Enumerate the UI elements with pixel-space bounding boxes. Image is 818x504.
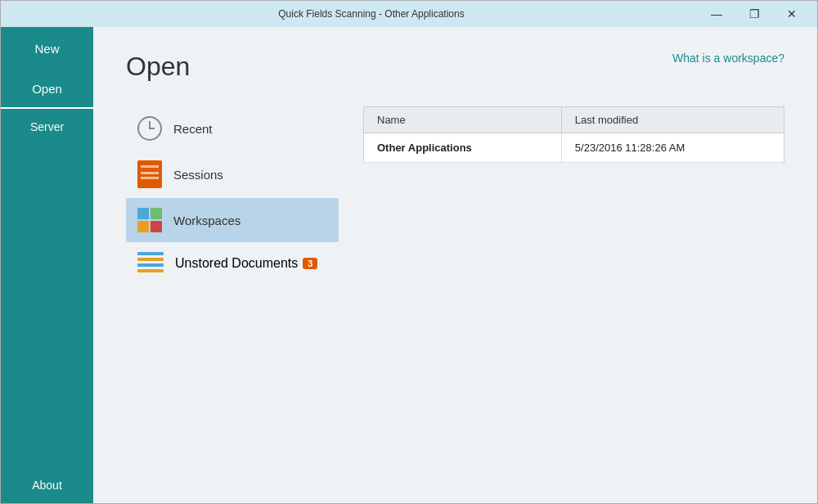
files-table: Name Last modified Other Applications 5/… — [363, 106, 784, 163]
nav-item-recent[interactable]: Recent — [126, 106, 339, 151]
col-lastmod-header: Last modified — [561, 107, 784, 133]
title-bar: Quick Fields Scanning - Other Applicatio… — [1, 1, 817, 27]
nav-item-workspaces[interactable]: Workspaces — [126, 198, 339, 242]
unstored-badge: 3 — [303, 258, 317, 269]
window-controls: — ❐ ✕ — [698, 1, 811, 27]
nav-item-unstored[interactable]: Unstored Documents 3 — [126, 242, 339, 285]
content-area: Open What is a workspace? Recent Session… — [93, 27, 817, 503]
sidebar-item-server[interactable]: Server — [1, 109, 93, 145]
sidebar-item-open[interactable]: Open — [1, 70, 93, 109]
unstored-icon — [137, 252, 164, 275]
sessions-icon — [137, 160, 162, 188]
cell-lastmod: 5/23/2016 11:28:26 AM — [561, 133, 784, 163]
app-body: New Open Server About Open What is a wor… — [1, 27, 817, 503]
main-window: Quick Fields Scanning - Other Applicatio… — [0, 0, 818, 504]
nav-item-recent-label: Recent — [173, 122, 213, 136]
nav-item-unstored-label: Unstored Documents — [175, 256, 298, 271]
maximize-button[interactable]: ❐ — [735, 1, 773, 27]
workspace-help-link[interactable]: What is a workspace? — [672, 52, 784, 65]
window-title: Quick Fields Scanning - Other Applicatio… — [45, 8, 698, 20]
page-title: Open — [126, 52, 190, 82]
table-header-row: Name Last modified — [364, 107, 784, 133]
workspaces-icon — [137, 208, 162, 232]
nav-item-unstored-label-group: Unstored Documents 3 — [175, 256, 317, 271]
table-row[interactable]: Other Applications 5/23/2016 11:28:26 AM — [364, 133, 784, 163]
minimize-button[interactable]: — — [698, 1, 735, 27]
nav-item-workspaces-label: Workspaces — [173, 214, 240, 227]
content-header: Open What is a workspace? — [126, 52, 784, 82]
nav-item-sessions-label: Sessions — [173, 168, 223, 182]
sidebar-item-new[interactable]: New — [1, 27, 93, 70]
cell-name: Other Applications — [364, 133, 562, 163]
clock-icon — [137, 116, 162, 141]
sidebar-item-about[interactable]: About — [1, 467, 93, 503]
close-button[interactable]: ✕ — [773, 1, 811, 27]
table-container: Name Last modified Other Applications 5/… — [363, 106, 784, 285]
nav-panel: Recent Sessions — [126, 106, 339, 285]
sidebar: New Open Server About — [1, 27, 93, 503]
nav-item-sessions[interactable]: Sessions — [126, 151, 339, 198]
main-layout: Recent Sessions — [126, 106, 784, 285]
col-name-header: Name — [364, 107, 562, 133]
